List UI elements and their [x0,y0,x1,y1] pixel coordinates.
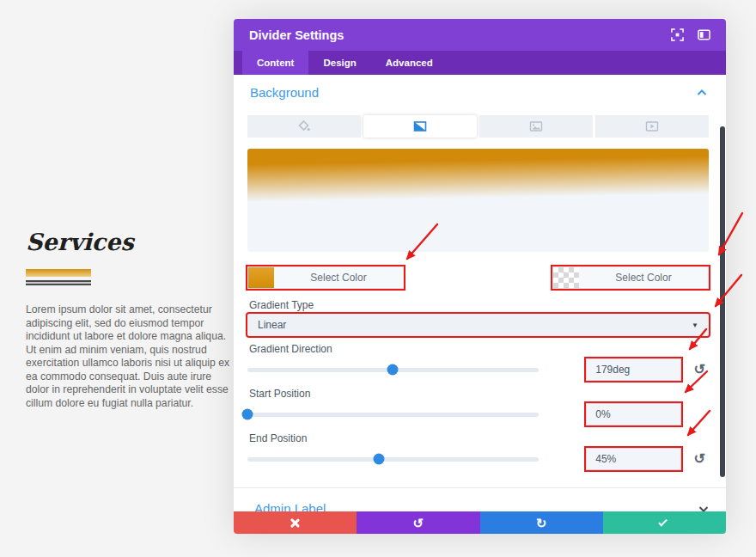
gradient-type-label: Gradient Type [247,299,709,311]
body-text: Lorem ipsum dolor sit amet, consectetur … [26,303,234,410]
divider-module-preview [26,269,91,285]
layout-toggle-icon[interactable] [698,28,710,41]
background-type-video[interactable] [595,115,709,138]
modal-tabbar: Content Design Advanced [234,51,726,75]
background-section-title: Background [250,85,697,100]
start-position-row: ↺ [247,403,709,425]
end-position-handle[interactable] [373,454,384,465]
gradient-type-select[interactable]: Linear ▼ [247,314,709,336]
discard-button[interactable] [234,511,357,534]
close-icon [290,517,301,529]
select-caret-icon: ▼ [692,321,698,329]
start-position-input[interactable] [586,403,681,425]
end-position-slider[interactable] [247,457,539,462]
modal-header: Divider Settings [234,19,726,51]
modal-title: Divider Settings [249,28,657,42]
page-preview: Services Lorem ipsum dolor sit amet, con… [26,229,234,410]
gradient-preview [247,149,709,252]
divider-lines [26,280,91,285]
background-type-color[interactable] [247,115,361,138]
chevron-up-icon [697,89,707,96]
page: Services Lorem ipsum dolor sit amet, con… [0,0,756,557]
gradient-icon [413,119,427,133]
tab-design[interactable]: Design [308,51,370,75]
color-icon [297,119,311,133]
gradient-direction-input[interactable] [586,358,681,381]
end-color-swatch [553,267,579,288]
undo-button[interactable]: ↺ [357,511,479,534]
gradient-direction-slider[interactable] [247,368,539,372]
redo-icon: ↻ [536,517,547,529]
modal-footer: ↺ ↻ [234,511,726,534]
tab-advanced[interactable]: Advanced [371,51,448,75]
start-color-swatch [248,267,274,288]
reset-icon[interactable]: ↺ [690,452,709,466]
divider-settings-modal: Divider Settings Content Design Advanced… [234,19,726,534]
end-position-row: ↺ [247,448,709,470]
start-position-label: Start Position [247,388,709,400]
background-type-image[interactable] [479,115,593,138]
modal-content: Background [234,75,726,511]
check-icon [659,517,668,526]
focus-icon[interactable] [671,28,684,41]
gradient-end-color-button[interactable]: Select Color [552,266,709,289]
image-icon [529,119,543,133]
video-icon [645,119,659,133]
gradient-direction-label: Gradient Direction [247,343,709,355]
gradient-direction-handle[interactable] [387,364,398,376]
gradient-type-value: Linear [258,319,286,331]
gradient-start-color-button[interactable]: Select Color [247,266,404,289]
end-position-input[interactable] [586,448,681,470]
end-position-label: End Position [247,432,709,444]
background-type-tabs [247,115,709,138]
save-button[interactable] [603,511,726,534]
redo-button[interactable]: ↻ [480,511,603,534]
start-position-slider[interactable] [247,413,539,417]
gradient-direction-row: ↺ [247,358,709,381]
section-heading: Services [26,229,234,256]
start-position-handle[interactable] [242,409,253,420]
undo-icon: ↺ [413,517,424,529]
gradient-color-row: Select Color Select Color [247,266,709,289]
reset-icon[interactable]: ↺ [690,363,709,376]
modal-scrollbar[interactable] [720,126,725,477]
background-type-gradient[interactable] [363,115,477,138]
background-section-header[interactable]: Background [247,83,709,100]
tab-content[interactable]: Content [242,51,308,75]
divider-gradient-bar [26,269,91,277]
